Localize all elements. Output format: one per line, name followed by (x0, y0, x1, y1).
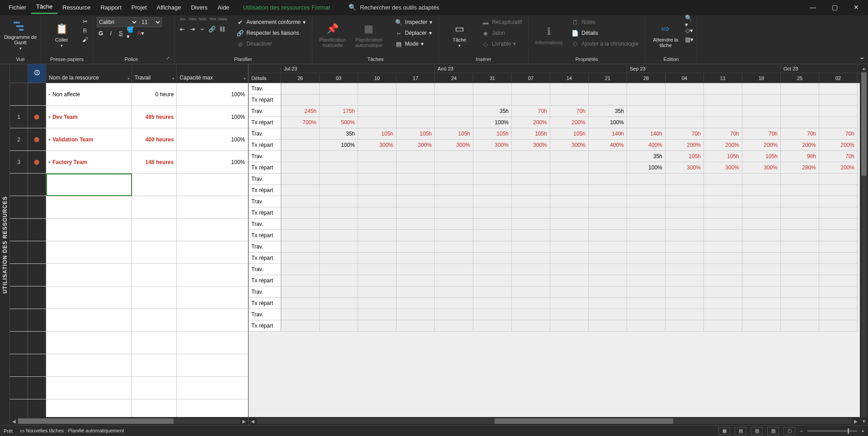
grid-cell[interactable] (435, 185, 473, 196)
gantt-chart-button[interactable]: Diagramme de Gantt▾ (4, 17, 37, 52)
scroll-left-icon[interactable]: ◀ (10, 417, 18, 425)
grid-cell[interactable] (781, 117, 819, 128)
menu-tab-fichier[interactable]: Fichier (4, 1, 31, 14)
grid-cell[interactable] (704, 117, 742, 128)
grid-cell[interactable] (320, 275, 358, 286)
grid-cell[interactable] (742, 309, 781, 320)
maximize-button[interactable]: ▢ (826, 1, 843, 14)
grid-cell[interactable] (281, 151, 320, 162)
font-name-select[interactable]: Calibri (97, 17, 138, 27)
grid-cell[interactable] (358, 264, 396, 275)
grid-cell[interactable] (281, 83, 320, 94)
grid-cell[interactable] (320, 185, 358, 196)
grid-cell[interactable] (665, 309, 704, 320)
progress-marks[interactable]: 0%25%50%75%100% (178, 17, 227, 21)
grid-cell[interactable] (742, 275, 781, 286)
grid-cell[interactable] (665, 253, 704, 264)
grid-cell[interactable]: 70h (704, 128, 742, 140)
minimize-button[interactable]: — (805, 1, 821, 14)
day-header[interactable]: 04 (665, 73, 704, 83)
resource-row[interactable]: 1⬤▸Dev Team485 heures100% (10, 106, 248, 128)
grid-cell[interactable] (396, 241, 435, 253)
grid-cell[interactable] (627, 298, 665, 309)
grid-cell[interactable] (396, 320, 435, 332)
work-cell[interactable]: 400 heures (132, 128, 177, 150)
day-header[interactable]: 17 (396, 73, 435, 83)
scroll-thumb[interactable] (861, 72, 867, 176)
day-header[interactable]: 14 (550, 73, 589, 83)
grid-cell[interactable]: 105h (665, 151, 704, 162)
grid-cell[interactable] (742, 286, 781, 298)
grid-cell[interactable] (396, 275, 435, 286)
grid-cell[interactable] (358, 320, 396, 332)
grid-cell[interactable] (704, 241, 742, 253)
resource-row[interactable]: 2⬤▸Validation Team400 heures100% (10, 128, 248, 151)
view-resource-icon[interactable]: ▧ (767, 427, 779, 435)
header-rownum[interactable] (10, 64, 28, 83)
clear-icon[interactable]: ◇▾ (685, 26, 693, 34)
grid-cell[interactable]: 105h (704, 151, 742, 162)
grid-cell[interactable]: 105h (358, 128, 396, 140)
day-header[interactable]: 11 (704, 73, 742, 83)
grid-cell[interactable] (550, 264, 589, 275)
grid-cell[interactable] (396, 151, 435, 162)
day-header[interactable]: 24 (435, 73, 473, 83)
grid-cell[interactable] (320, 207, 358, 219)
grid-cell[interactable]: 200% (781, 140, 819, 151)
capacity-cell[interactable]: 100% (177, 151, 248, 173)
day-header[interactable]: 02 (819, 73, 858, 83)
grid-cell[interactable] (320, 298, 358, 309)
view-usage-icon[interactable]: ▤ (735, 427, 746, 435)
grid-cell[interactable] (627, 196, 665, 207)
search-box[interactable]: 🔍 Rechercher des outils adaptés (349, 4, 439, 11)
respect-links-button[interactable]: 🔗Respecter les liaisons (233, 28, 308, 38)
grid-cell[interactable] (819, 173, 858, 185)
grid-cell[interactable] (665, 83, 704, 94)
grid-cell[interactable] (281, 94, 320, 106)
grid-cell[interactable]: 105h (473, 128, 512, 140)
grid-cell[interactable] (281, 286, 320, 298)
grid-cell[interactable] (781, 275, 819, 286)
menu-tab-divers[interactable]: Divers (186, 1, 212, 14)
grid-cell[interactable] (550, 162, 589, 173)
grid-cell[interactable] (281, 128, 320, 140)
grid-cell[interactable] (627, 320, 665, 332)
grid-cell[interactable] (358, 196, 396, 207)
grid-cell[interactable]: 175h (320, 106, 358, 117)
grid-cell[interactable] (550, 196, 589, 207)
grid-cell[interactable] (281, 230, 320, 241)
grid-cell[interactable] (396, 173, 435, 185)
grid-cell[interactable] (396, 83, 435, 94)
grid-cell[interactable]: 300% (396, 140, 435, 151)
grid-cell[interactable] (281, 253, 320, 264)
header-info[interactable]: ⓘ (28, 64, 46, 83)
grid-cell[interactable] (358, 117, 396, 128)
grid-cell[interactable]: 200% (704, 140, 742, 151)
grid-cell[interactable] (589, 264, 627, 275)
scroll-right-icon[interactable]: ▶ (240, 417, 248, 425)
grid-cell[interactable]: 105h (742, 151, 781, 162)
grid-cell[interactable] (396, 106, 435, 117)
grid-cell[interactable]: 35h (320, 128, 358, 140)
grid-cell[interactable] (589, 298, 627, 309)
grid-cell[interactable] (358, 309, 396, 320)
grid-cell[interactable] (665, 185, 704, 196)
day-header[interactable]: 31 (473, 73, 512, 83)
work-cell[interactable]: 0 heure (132, 83, 177, 105)
grid-cell[interactable] (589, 241, 627, 253)
grid-cell[interactable] (512, 185, 550, 196)
grid-cell[interactable] (742, 83, 781, 94)
grid-cell[interactable] (473, 230, 512, 241)
grid-cell[interactable] (473, 196, 512, 207)
grid-cell[interactable] (819, 219, 858, 230)
empty-row[interactable] (10, 241, 248, 264)
grid-cell[interactable] (665, 241, 704, 253)
grid-cell[interactable] (589, 207, 627, 219)
grid-cell[interactable]: 300% (358, 140, 396, 151)
grid-cell[interactable] (358, 151, 396, 162)
grid-cell[interactable] (742, 196, 781, 207)
empty-row[interactable] (10, 264, 248, 286)
grid-cell[interactable] (665, 219, 704, 230)
menu-tab-tâche[interactable]: Tâche (31, 0, 57, 14)
grid-cell[interactable] (512, 241, 550, 253)
